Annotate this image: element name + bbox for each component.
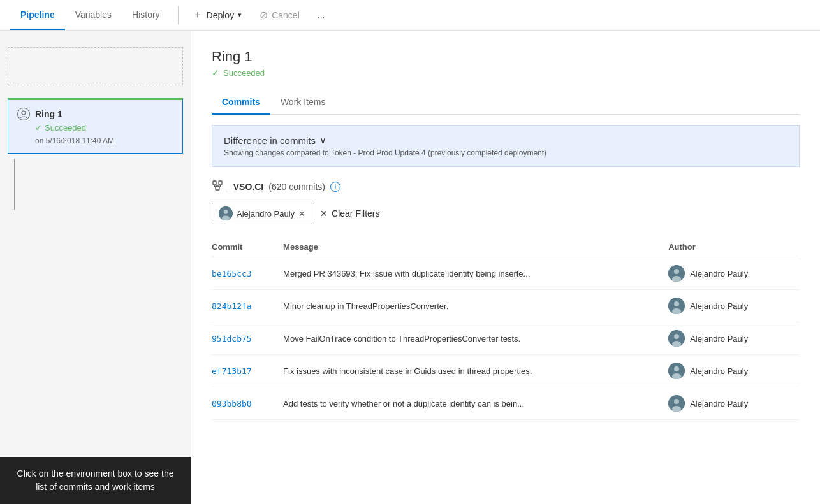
commit-hash[interactable]: 824b12fa (212, 290, 283, 322)
col-message: Message (283, 237, 668, 257)
sidebar-inner: Ring 1 ✓ Succeeded on 5/16/2018 11:40 AM (0, 31, 191, 504)
ring-status: ✓ Succeeded (212, 68, 800, 78)
svg-rect-2 (219, 181, 222, 185)
nav-actions: ＋ Deploy ▾ ⊘ Cancel ... (186, 4, 332, 25)
commit-hash[interactable]: 093bb8b0 (212, 387, 283, 420)
chevron-down-icon: ∨ (319, 134, 326, 146)
more-button[interactable]: ... (311, 6, 332, 24)
env-status: ✓ Succeeded (35, 123, 173, 133)
filter-chip-label: Alejandro Pauly (237, 209, 295, 219)
connector-line (14, 159, 15, 210)
env-name: Ring 1 (35, 109, 62, 119)
clear-x-icon: ✕ (320, 208, 328, 219)
commit-message: Minor cleanup in ThreadPropertiesConvert… (283, 290, 668, 322)
svg-point-0 (22, 111, 26, 115)
main-content: Ring 1 ✓ Succeeded Commits Work Items Di… (191, 31, 820, 504)
filter-chip-close-icon[interactable]: ✕ (298, 209, 305, 219)
env-date: on 5/16/2018 11:40 AM (35, 136, 173, 145)
diff-banner-desc: Showing changes compared to Token - Prod… (224, 148, 787, 157)
commit-message: Add tests to verify whether or not a dup… (283, 387, 668, 420)
clear-filters-button[interactable]: ✕ Clear Filters (320, 208, 379, 219)
commit-author: Alejandro Pauly (668, 387, 800, 420)
filter-row: Alejandro Pauly ✕ ✕ Clear Filters (212, 203, 800, 224)
author-avatar (668, 265, 685, 282)
col-author: Author (668, 237, 800, 257)
cancel-icon: ⊘ (260, 9, 268, 21)
check-icon-status: ✓ (212, 68, 219, 78)
nav-tabs: Pipeline Variables History (10, 0, 170, 30)
svg-point-20 (674, 366, 679, 371)
commit-hash[interactable]: 951dcb75 (212, 322, 283, 355)
svg-point-14 (674, 301, 679, 306)
tooltip-box: Click on the environment box to see the … (0, 457, 191, 504)
author-name: Alejandro Pauly (690, 269, 748, 278)
table-row[interactable]: be165cc3Merged PR 343693: Fix issue with… (212, 257, 800, 290)
commit-message: Move FailOnTrace condition to ThreadProp… (283, 322, 668, 355)
filter-chip-alejandro[interactable]: Alejandro Pauly ✕ (212, 203, 312, 224)
plus-icon: ＋ (193, 8, 203, 22)
filter-avatar (219, 206, 233, 220)
author-name: Alejandro Pauly (690, 334, 748, 343)
top-nav: Pipeline Variables History ＋ Deploy ▾ ⊘ … (0, 0, 820, 31)
table-row[interactable]: ef713b17Fix issues with inconsistent cas… (212, 355, 800, 387)
tab-commits[interactable]: Commits (212, 90, 270, 115)
content-tabs: Commits Work Items (212, 90, 800, 115)
info-icon[interactable]: i (330, 182, 340, 192)
nav-tab-history[interactable]: History (122, 0, 170, 30)
chevron-down-icon: ▾ (238, 11, 242, 19)
table-row[interactable]: 093bb8b0Add tests to verify whether or n… (212, 387, 800, 420)
cancel-button[interactable]: ⊘ Cancel (253, 5, 306, 25)
commit-group-header: _VSO.CI (620 commits) i (212, 180, 800, 194)
table-row[interactable]: 951dcb75Move FailOnTrace condition to Th… (212, 322, 800, 355)
sidebar: Ring 1 ✓ Succeeded on 5/16/2018 11:40 AM… (0, 31, 191, 504)
author-avatar (668, 330, 685, 347)
svg-point-11 (674, 269, 679, 274)
author-name: Alejandro Pauly (690, 301, 748, 311)
tab-work-items[interactable]: Work Items (270, 90, 336, 115)
table-row[interactable]: 824b12faMinor cleanup in ThreadPropertie… (212, 290, 800, 322)
commit-author: Alejandro Pauly (668, 322, 800, 355)
env-box-ring1[interactable]: Ring 1 ✓ Succeeded on 5/16/2018 11:40 AM (8, 98, 183, 154)
commit-message: Merged PR 343693: Fix issue with duplica… (283, 257, 668, 290)
commit-group-name: _VSO.CI (228, 182, 263, 192)
nav-divider (178, 6, 179, 24)
main-layout: Ring 1 ✓ Succeeded on 5/16/2018 11:40 AM… (0, 31, 820, 504)
commit-author: Alejandro Pauly (668, 355, 800, 387)
env-icon (17, 108, 30, 120)
ring-title: Ring 1 (212, 48, 800, 65)
svg-point-23 (674, 399, 679, 404)
table-header: Commit Message Author (212, 237, 800, 257)
author-name: Alejandro Pauly (690, 366, 748, 376)
author-avatar (668, 395, 685, 412)
commits-table: Commit Message Author be165cc3Merged PR … (212, 237, 800, 420)
author-avatar (668, 298, 685, 314)
commit-count: (620 commits) (268, 182, 325, 192)
empty-stage-box (8, 47, 183, 85)
nav-tab-variables[interactable]: Variables (65, 0, 122, 30)
col-commit: Commit (212, 237, 283, 257)
check-icon: ✓ (35, 123, 42, 133)
nav-tab-pipeline[interactable]: Pipeline (10, 0, 65, 30)
svg-rect-1 (213, 181, 216, 185)
commit-hash[interactable]: ef713b17 (212, 355, 283, 387)
commit-author: Alejandro Pauly (668, 290, 800, 322)
env-box-header: Ring 1 (17, 108, 173, 120)
commit-hash[interactable]: be165cc3 (212, 257, 283, 290)
svg-point-17 (674, 334, 679, 339)
repo-icon (212, 180, 223, 194)
author-avatar (668, 363, 685, 379)
person-icon (19, 110, 28, 119)
commit-author: Alejandro Pauly (668, 257, 800, 290)
diff-banner-title[interactable]: Difference in commits ∨ (224, 134, 787, 146)
svg-point-8 (224, 210, 228, 214)
author-name: Alejandro Pauly (690, 399, 748, 408)
commits-tbody: be165cc3Merged PR 343693: Fix issue with… (212, 257, 800, 420)
commit-message: Fix issues with inconsistent case in Gui… (283, 355, 668, 387)
deploy-button[interactable]: ＋ Deploy ▾ (186, 4, 249, 25)
diff-banner: Difference in commits ∨ Showing changes … (212, 125, 800, 167)
